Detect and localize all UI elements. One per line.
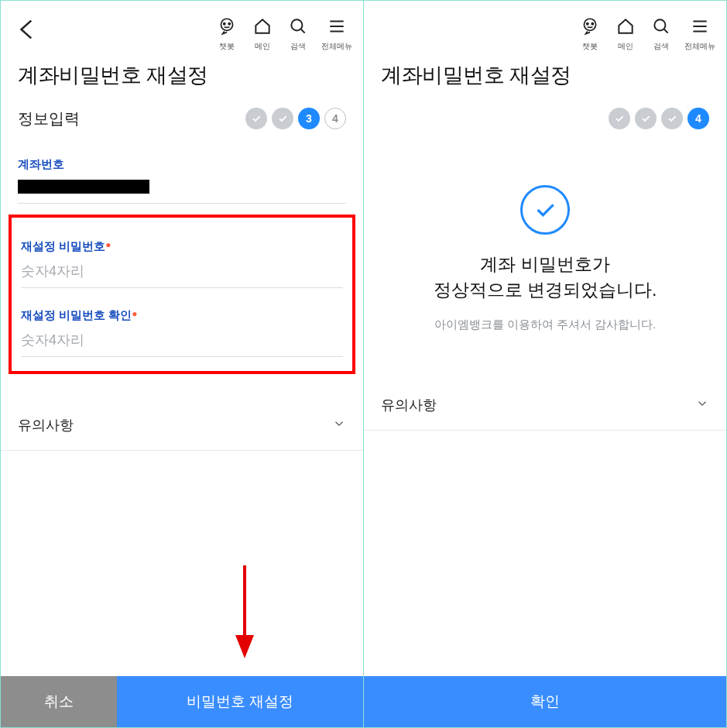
svg-point-2 <box>228 23 230 25</box>
notice-accordion[interactable]: 유의사항 <box>364 380 726 431</box>
cancel-button[interactable]: 취소 <box>1 676 117 727</box>
svg-point-0 <box>221 19 232 30</box>
menu-icon <box>690 16 710 39</box>
footer-buttons: 확인 <box>364 676 726 727</box>
notice-accordion[interactable]: 유의사항 <box>1 400 363 451</box>
account-label: 계좌번호 <box>18 157 346 172</box>
new-password-input[interactable] <box>21 254 343 288</box>
step-row: 정보입력 3 4 <box>1 108 363 140</box>
annotation-arrow-icon <box>233 561 256 665</box>
back-button[interactable] <box>15 16 41 43</box>
svg-point-7 <box>587 23 588 25</box>
search-label: 검색 <box>290 41 306 52</box>
step-2-done <box>272 108 293 129</box>
new-password-label: 재설정 비밀번호● <box>21 239 343 254</box>
highlight-box: 재설정 비밀번호● 재설정 비밀번호 확인● <box>9 215 355 374</box>
confirm-password-label: 재설정 비밀번호 확인● <box>21 308 343 323</box>
success-check-icon <box>520 185 570 235</box>
chatbot-button[interactable]: 챗봇 <box>578 16 602 52</box>
step-2-done <box>635 108 657 129</box>
page-title: 계좌비밀번호 재설정 <box>364 55 726 108</box>
search-label: 검색 <box>653 41 669 52</box>
step-1-done <box>609 108 630 129</box>
menu-icon <box>327 16 347 39</box>
topbar: 챗봇 메인 검색 전체 <box>364 1 726 55</box>
menu-button[interactable]: 전체메뉴 <box>321 16 352 52</box>
submit-button[interactable]: 비밀번호 재설정 <box>117 676 363 727</box>
step-1-done <box>245 108 267 129</box>
step-3-done <box>661 108 683 129</box>
chatbot-icon <box>217 16 237 39</box>
svg-point-6 <box>584 19 595 30</box>
panel-step4: 챗봇 메인 검색 전체 <box>364 1 726 727</box>
search-icon <box>651 16 671 39</box>
topbar: 챗봇 메인 검색 전체 <box>1 1 363 55</box>
step-indicator: 3 4 <box>245 108 346 129</box>
home-label: 메인 <box>618 41 633 52</box>
chatbot-button[interactable]: 챗봇 <box>214 16 239 52</box>
home-label: 메인 <box>255 41 270 52</box>
step-4-todo: 4 <box>324 108 346 129</box>
menu-button[interactable]: 전체메뉴 <box>684 16 715 52</box>
footer-buttons: 취소 비밀번호 재설정 <box>1 676 363 727</box>
search-icon <box>288 16 308 39</box>
home-button[interactable]: 메인 <box>613 16 638 52</box>
step-3-current: 3 <box>298 108 320 129</box>
page-title: 계좌비밀번호 재설정 <box>1 55 363 108</box>
success-subtext: 아이엠뱅크를 이용하여 주셔서 감사합니다. <box>387 318 703 332</box>
svg-point-9 <box>654 19 665 30</box>
divider <box>18 203 346 204</box>
step-row: 4 <box>364 108 726 140</box>
chatbot-icon <box>580 16 600 39</box>
svg-point-8 <box>592 23 593 25</box>
home-icon <box>252 16 273 39</box>
notice-label: 유의사항 <box>18 416 74 434</box>
confirm-button[interactable]: 확인 <box>364 676 726 727</box>
chevron-down-icon <box>332 417 346 434</box>
chatbot-label: 챗봇 <box>582 41 598 52</box>
step-name: 정보입력 <box>18 108 80 129</box>
account-number-redacted <box>18 180 149 194</box>
svg-marker-5 <box>235 635 254 658</box>
confirm-password-input[interactable] <box>21 323 343 357</box>
success-message: 계좌 비밀번호가 정상적으로 변경되었습니다. <box>387 252 703 304</box>
toolbar-icons: 챗봇 메인 검색 전체 <box>214 16 352 52</box>
search-button[interactable]: 검색 <box>649 16 674 52</box>
step-indicator: 4 <box>609 108 709 129</box>
toolbar-icons: 챗봇 메인 검색 전체 <box>578 16 715 52</box>
svg-point-1 <box>224 23 225 25</box>
menu-label: 전체메뉴 <box>321 41 352 52</box>
success-panel: 계좌 비밀번호가 정상적으로 변경되었습니다. 아이엠뱅크를 이용하여 주셔서 … <box>364 154 726 359</box>
chatbot-label: 챗봇 <box>219 41 235 52</box>
chevron-down-icon <box>695 397 709 414</box>
step-4-current: 4 <box>688 108 709 129</box>
form-area: 계좌번호 <box>1 140 363 204</box>
panel-step3: 챗봇 메인 검색 전체 <box>1 1 364 727</box>
notice-label: 유의사항 <box>381 396 437 414</box>
home-button[interactable]: 메인 <box>250 16 275 52</box>
search-button[interactable]: 검색 <box>286 16 310 52</box>
home-icon <box>616 16 636 39</box>
svg-point-3 <box>291 19 302 30</box>
menu-label: 전체메뉴 <box>684 41 715 52</box>
